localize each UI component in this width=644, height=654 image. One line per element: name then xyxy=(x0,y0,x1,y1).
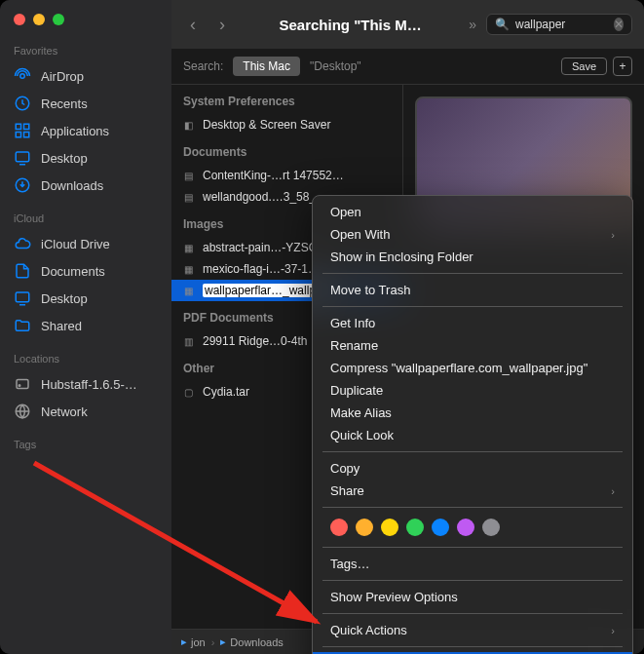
sidebar-item-shared[interactable]: Shared xyxy=(0,312,171,339)
menu-item-duplicate[interactable]: Duplicate xyxy=(313,379,632,402)
file-name: Desktop & Screen Saver xyxy=(203,118,330,132)
menu-item-label: Rename xyxy=(330,338,378,353)
menu-item-compress-wallpaperflare-com-wallpaper-jpg-[interactable]: Compress "wallpaperflare.com_wallpaper.j… xyxy=(313,357,632,379)
sidebar-item-documents[interactable]: Documents xyxy=(0,257,171,285)
sidebar-item-hubstaff-[interactable]: Hubstaff-1.6.5-… xyxy=(0,370,171,398)
path-separator: › xyxy=(211,636,215,648)
file-name: Cydia.tar xyxy=(203,385,249,399)
svg-rect-6 xyxy=(16,152,29,162)
group-header: Documents xyxy=(171,135,402,165)
submenu-arrow-icon: › xyxy=(611,229,615,241)
file-row[interactable]: ▤ContentKing-…rt 147552… xyxy=(171,165,402,186)
file-icon: ▦ xyxy=(181,241,195,254)
menu-item-open-with[interactable]: Open With› xyxy=(313,223,632,246)
tag-color-dot[interactable] xyxy=(330,519,348,536)
maximize-button[interactable] xyxy=(53,14,64,25)
scope-this-mac[interactable]: This Mac xyxy=(233,57,300,76)
apps-icon xyxy=(14,122,31,139)
menu-item-get-info[interactable]: Get Info xyxy=(313,312,632,334)
menu-item-label: Duplicate xyxy=(330,383,383,398)
sidebar-section-icloud: iCloud xyxy=(0,212,171,230)
sidebar-item-icloud-drive[interactable]: iCloud Drive xyxy=(0,230,171,257)
sidebar-item-label: Shared xyxy=(41,319,82,333)
file-row[interactable]: ◧Desktop & Screen Saver xyxy=(171,114,402,135)
svg-rect-9 xyxy=(17,380,28,389)
menu-separator xyxy=(322,507,623,508)
sidebar-section-tags: Tags xyxy=(0,439,171,456)
scope-desktop[interactable]: "Desktop" xyxy=(310,59,361,73)
menu-separator xyxy=(322,613,623,614)
desktop-icon xyxy=(14,289,31,307)
sidebar-item-applications[interactable]: Applications xyxy=(0,117,171,144)
file-icon: ▦ xyxy=(181,262,195,276)
search-input[interactable] xyxy=(515,18,608,31)
search-field[interactable]: 🔍 ✕ xyxy=(486,14,632,35)
sidebar-item-label: Hubstaff-1.6.5-… xyxy=(41,377,137,392)
disk-icon xyxy=(14,375,31,393)
menu-item-label: Copy xyxy=(330,461,360,476)
path-segment[interactable]: ▸jon xyxy=(181,635,206,648)
tag-color-dot[interactable] xyxy=(356,519,373,536)
sidebar-item-network[interactable]: Network xyxy=(0,398,171,425)
add-criteria-button[interactable]: + xyxy=(613,57,632,76)
path-segment[interactable]: ▸Downloads xyxy=(220,635,283,648)
folder-icon: ▸ xyxy=(181,635,187,648)
svg-point-0 xyxy=(20,74,25,79)
sidebar-item-airdrop[interactable]: AirDrop xyxy=(0,62,171,90)
sidebar-item-desktop[interactable]: Desktop xyxy=(0,144,171,172)
menu-item-show-in-enclosing-folder[interactable]: Show in Enclosing Folder xyxy=(313,246,632,268)
menu-item-label: Open With xyxy=(330,227,390,242)
menu-item-label: Show in Enclosing Folder xyxy=(330,250,474,264)
toolbar-overflow-icon[interactable]: » xyxy=(469,17,476,32)
airdrop-icon xyxy=(14,67,31,85)
file-icon: ▢ xyxy=(181,385,195,399)
tag-color-dot[interactable] xyxy=(406,519,424,536)
clear-search-icon[interactable]: ✕ xyxy=(614,18,624,31)
file-name: abstract-pain…-YZSG… xyxy=(203,241,329,254)
back-button[interactable]: ‹ xyxy=(183,15,203,35)
menu-item-quick-look[interactable]: Quick Look xyxy=(313,424,632,446)
sidebar-section-locations: Locations xyxy=(0,353,171,370)
submenu-arrow-icon: › xyxy=(611,485,615,497)
menu-item-make-alias[interactable]: Make Alias xyxy=(313,402,632,424)
sidebar-item-label: Desktop xyxy=(41,291,88,306)
forward-button[interactable]: › xyxy=(212,15,232,35)
doc-icon xyxy=(14,262,31,280)
tag-color-dot[interactable] xyxy=(482,519,500,536)
menu-separator xyxy=(322,306,623,307)
tag-color-dot[interactable] xyxy=(457,519,474,536)
menu-item-copy[interactable]: Copy xyxy=(313,457,632,480)
menu-item-tags-[interactable]: Tags… xyxy=(313,553,632,575)
file-icon: ▤ xyxy=(181,190,195,204)
menu-item-move-to-trash[interactable]: Move to Trash xyxy=(313,279,632,301)
file-name: wallpaperflar…_wallp… xyxy=(203,284,329,297)
sidebar-item-recents[interactable]: Recents xyxy=(0,90,171,117)
desktop-icon xyxy=(14,149,31,167)
file-name: mexico-flag-i…-37-1… xyxy=(203,262,320,276)
menu-item-quick-actions[interactable]: Quick Actions› xyxy=(313,619,632,641)
minimize-button[interactable] xyxy=(33,14,45,25)
menu-item-open[interactable]: Open xyxy=(313,201,632,223)
menu-item-show-preview-options[interactable]: Show Preview Options xyxy=(313,586,632,608)
sidebar-item-label: AirDrop xyxy=(41,69,84,84)
file-icon: ▥ xyxy=(181,334,195,348)
window-title: Searching "This M… xyxy=(242,17,459,33)
menu-item-rename[interactable]: Rename xyxy=(313,334,632,357)
svg-point-10 xyxy=(19,385,20,387)
close-button[interactable] xyxy=(14,14,25,25)
menu-item-label: Share xyxy=(330,483,364,498)
tag-color-dot[interactable] xyxy=(432,519,449,536)
menu-item-label: Quick Look xyxy=(330,428,394,442)
sidebar-section-favorites: Favorites xyxy=(0,45,171,62)
clock-icon xyxy=(14,95,31,112)
sidebar-item-desktop[interactable]: Desktop xyxy=(0,285,171,312)
sidebar-item-downloads[interactable]: Downloads xyxy=(0,172,171,199)
menu-item-share[interactable]: Share› xyxy=(313,480,632,502)
tag-color-dot[interactable] xyxy=(381,519,398,536)
save-search-button[interactable]: Save xyxy=(561,58,607,75)
menu-item-label: Make Alias xyxy=(330,405,392,420)
traffic-lights xyxy=(0,14,171,45)
menu-item-label: Compress "wallpaperflare.com_wallpaper.j… xyxy=(330,361,587,375)
cloud-icon xyxy=(14,235,31,252)
menu-item-label: Show Preview Options xyxy=(330,590,458,604)
